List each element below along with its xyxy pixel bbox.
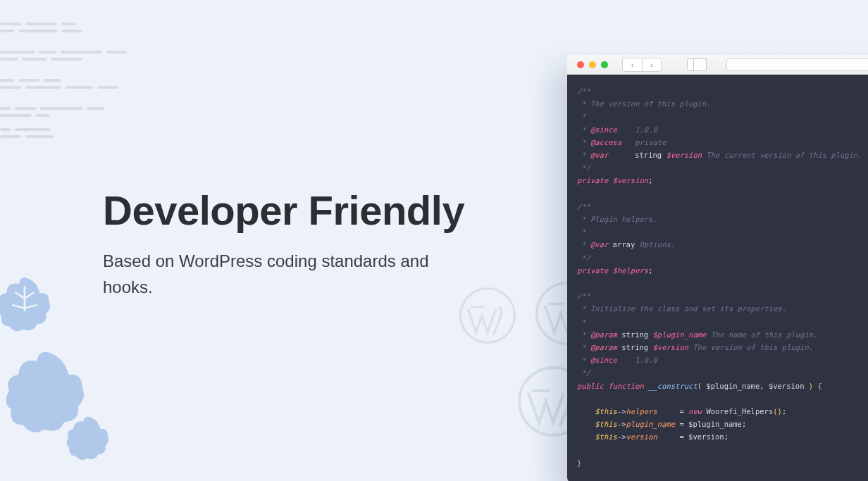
decorative-leaves: [0, 270, 134, 481]
page-subheading: Based on WordPress coding standards and …: [103, 248, 455, 300]
url-bar[interactable]: [726, 58, 868, 71]
page-heading: Developer Friendly: [103, 187, 464, 234]
window-titlebar: ‹ ›: [567, 55, 868, 75]
minimize-icon[interactable]: [589, 61, 596, 68]
code-editor-window: ‹ › /** * The version of this plugin. * …: [567, 55, 868, 481]
decorative-code-lines: [0, 23, 127, 142]
sidebar-toggle-icon[interactable]: [687, 58, 707, 71]
maximize-icon[interactable]: [601, 61, 608, 68]
back-button[interactable]: ‹: [622, 58, 642, 72]
forward-button[interactable]: ›: [642, 58, 662, 72]
nav-buttons: ‹ ›: [622, 58, 662, 72]
code-content: /** * The version of this plugin. * * @s…: [567, 75, 868, 481]
close-icon[interactable]: [577, 61, 584, 68]
wordpress-logo-icon: [459, 287, 516, 344]
traffic-lights: [577, 61, 608, 68]
